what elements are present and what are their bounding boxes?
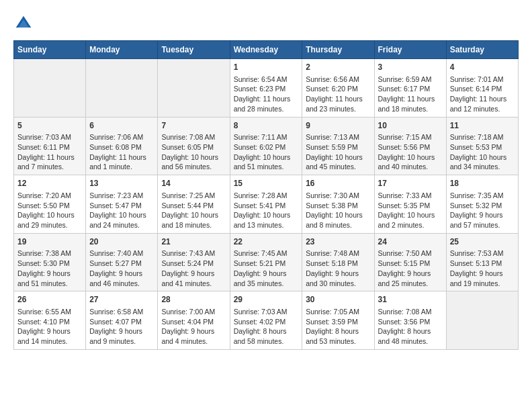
calendar-cell: 3Sunrise: 6:59 AM Sunset: 6:17 PM Daylig… [374, 59, 446, 118]
day-info: Sunrise: 7:50 AM Sunset: 5:15 PM Dayligh… [378, 248, 443, 288]
day-number: 22 [234, 236, 299, 248]
day-number: 5 [17, 120, 82, 132]
calendar-cell: 26Sunrise: 6:55 AM Sunset: 4:10 PM Dayli… [14, 291, 86, 350]
calendar-cell: 18Sunrise: 7:35 AM Sunset: 5:32 PM Dayli… [446, 175, 518, 234]
logo-icon [13, 13, 34, 34]
calendar-cell: 25Sunrise: 7:53 AM Sunset: 5:13 PM Dayli… [446, 233, 518, 291]
calendar-cell: 17Sunrise: 7:33 AM Sunset: 5:35 PM Dayli… [374, 175, 446, 234]
day-number: 11 [450, 120, 515, 132]
day-info: Sunrise: 7:15 AM Sunset: 5:56 PM Dayligh… [378, 132, 443, 172]
day-number: 14 [161, 178, 226, 189]
calendar-cell [446, 291, 518, 350]
calendar-cell: 19Sunrise: 7:38 AM Sunset: 5:30 PM Dayli… [14, 233, 86, 291]
calendar-cell: 30Sunrise: 7:05 AM Sunset: 3:59 PM Dayli… [302, 291, 374, 350]
page-header [13, 13, 519, 34]
day-number: 2 [306, 62, 370, 73]
calendar-cell [14, 59, 86, 118]
day-info: Sunrise: 7:05 AM Sunset: 3:59 PM Dayligh… [306, 307, 370, 347]
day-number: 23 [306, 236, 370, 248]
day-number: 18 [450, 178, 515, 189]
calendar-cell: 16Sunrise: 7:30 AM Sunset: 5:38 PM Dayli… [302, 175, 374, 234]
day-info: Sunrise: 7:40 AM Sunset: 5:27 PM Dayligh… [89, 248, 154, 288]
calendar-week-row: 12Sunrise: 7:20 AM Sunset: 5:50 PM Dayli… [14, 175, 519, 234]
weekday-header-row: SundayMondayTuesdayWednesdayThursdayFrid… [14, 41, 519, 59]
day-number: 27 [89, 294, 154, 306]
day-number: 28 [161, 294, 226, 306]
day-number: 26 [17, 294, 82, 306]
calendar-week-row: 19Sunrise: 7:38 AM Sunset: 5:30 PM Dayli… [14, 233, 519, 291]
calendar-cell: 6Sunrise: 7:06 AM Sunset: 6:08 PM Daylig… [86, 117, 158, 175]
day-number: 16 [306, 178, 370, 189]
day-number: 13 [89, 178, 154, 189]
day-number: 25 [450, 236, 515, 248]
day-info: Sunrise: 7:28 AM Sunset: 5:41 PM Dayligh… [234, 191, 299, 230]
day-info: Sunrise: 6:55 AM Sunset: 4:10 PM Dayligh… [17, 307, 82, 347]
day-info: Sunrise: 7:43 AM Sunset: 5:24 PM Dayligh… [161, 248, 226, 288]
calendar-cell: 27Sunrise: 6:58 AM Sunset: 4:07 PM Dayli… [86, 291, 158, 350]
calendar-week-row: 26Sunrise: 6:55 AM Sunset: 4:10 PM Dayli… [14, 291, 519, 350]
calendar-cell: 2Sunrise: 6:56 AM Sunset: 6:20 PM Daylig… [302, 59, 374, 118]
day-info: Sunrise: 7:33 AM Sunset: 5:35 PM Dayligh… [378, 191, 443, 230]
calendar-cell: 22Sunrise: 7:45 AM Sunset: 5:21 PM Dayli… [230, 233, 302, 291]
day-info: Sunrise: 7:20 AM Sunset: 5:50 PM Dayligh… [17, 191, 82, 230]
weekday-header-saturday: Saturday [446, 41, 518, 59]
day-number: 15 [234, 178, 299, 189]
calendar-cell: 14Sunrise: 7:25 AM Sunset: 5:44 PM Dayli… [158, 175, 230, 234]
day-number: 1 [234, 62, 299, 73]
calendar-cell [86, 59, 158, 118]
day-number: 7 [161, 120, 226, 132]
day-info: Sunrise: 7:30 AM Sunset: 5:38 PM Dayligh… [306, 191, 370, 230]
weekday-header-sunday: Sunday [14, 41, 86, 59]
day-info: Sunrise: 7:45 AM Sunset: 5:21 PM Dayligh… [234, 248, 299, 288]
weekday-header-thursday: Thursday [302, 41, 374, 59]
calendar-cell: 12Sunrise: 7:20 AM Sunset: 5:50 PM Dayli… [14, 175, 86, 234]
day-number: 24 [378, 236, 443, 248]
day-number: 31 [378, 294, 443, 306]
day-number: 4 [450, 62, 515, 73]
day-info: Sunrise: 7:38 AM Sunset: 5:30 PM Dayligh… [17, 248, 82, 288]
day-info: Sunrise: 7:11 AM Sunset: 6:02 PM Dayligh… [234, 132, 299, 172]
calendar-cell: 31Sunrise: 7:08 AM Sunset: 3:56 PM Dayli… [374, 291, 446, 350]
day-info: Sunrise: 7:01 AM Sunset: 6:14 PM Dayligh… [450, 75, 515, 114]
logo [13, 13, 36, 34]
calendar-cell: 1Sunrise: 6:54 AM Sunset: 6:23 PM Daylig… [230, 59, 302, 118]
calendar-week-row: 5Sunrise: 7:03 AM Sunset: 6:11 PM Daylig… [14, 117, 519, 175]
day-number: 30 [306, 294, 370, 306]
calendar-cell: 8Sunrise: 7:11 AM Sunset: 6:02 PM Daylig… [230, 117, 302, 175]
day-info: Sunrise: 7:25 AM Sunset: 5:44 PM Dayligh… [161, 191, 226, 230]
day-number: 3 [378, 62, 443, 73]
calendar-cell: 29Sunrise: 7:03 AM Sunset: 4:02 PM Dayli… [230, 291, 302, 350]
day-number: 8 [234, 120, 299, 132]
day-info: Sunrise: 7:48 AM Sunset: 5:18 PM Dayligh… [306, 248, 370, 288]
day-number: 6 [89, 120, 154, 132]
calendar-cell: 7Sunrise: 7:08 AM Sunset: 6:05 PM Daylig… [158, 117, 230, 175]
day-info: Sunrise: 6:54 AM Sunset: 6:23 PM Dayligh… [234, 75, 299, 114]
weekday-header-wednesday: Wednesday [230, 41, 302, 59]
day-number: 19 [17, 236, 82, 248]
calendar-cell: 10Sunrise: 7:15 AM Sunset: 5:56 PM Dayli… [374, 117, 446, 175]
day-info: Sunrise: 7:03 AM Sunset: 4:02 PM Dayligh… [234, 307, 299, 347]
day-info: Sunrise: 6:58 AM Sunset: 4:07 PM Dayligh… [89, 307, 154, 347]
day-info: Sunrise: 7:18 AM Sunset: 5:53 PM Dayligh… [450, 132, 515, 172]
day-info: Sunrise: 7:00 AM Sunset: 4:04 PM Dayligh… [161, 307, 226, 347]
day-info: Sunrise: 7:06 AM Sunset: 6:08 PM Dayligh… [89, 132, 154, 172]
day-number: 20 [89, 236, 154, 248]
calendar-cell: 11Sunrise: 7:18 AM Sunset: 5:53 PM Dayli… [446, 117, 518, 175]
weekday-header-tuesday: Tuesday [158, 41, 230, 59]
day-info: Sunrise: 6:59 AM Sunset: 6:17 PM Dayligh… [378, 75, 443, 114]
day-info: Sunrise: 7:35 AM Sunset: 5:32 PM Dayligh… [450, 191, 515, 230]
calendar-table: SundayMondayTuesdayWednesdayThursdayFrid… [13, 40, 519, 350]
weekday-header-monday: Monday [86, 41, 158, 59]
calendar-cell [158, 59, 230, 118]
day-number: 9 [306, 120, 370, 132]
calendar-cell: 9Sunrise: 7:13 AM Sunset: 5:59 PM Daylig… [302, 117, 374, 175]
day-info: Sunrise: 7:23 AM Sunset: 5:47 PM Dayligh… [89, 191, 154, 230]
day-info: Sunrise: 6:56 AM Sunset: 6:20 PM Dayligh… [306, 75, 370, 114]
weekday-header-friday: Friday [374, 41, 446, 59]
day-info: Sunrise: 7:03 AM Sunset: 6:11 PM Dayligh… [17, 132, 82, 172]
day-number: 17 [378, 178, 443, 189]
calendar-cell: 13Sunrise: 7:23 AM Sunset: 5:47 PM Dayli… [86, 175, 158, 234]
calendar-cell: 15Sunrise: 7:28 AM Sunset: 5:41 PM Dayli… [230, 175, 302, 234]
day-info: Sunrise: 7:53 AM Sunset: 5:13 PM Dayligh… [450, 248, 515, 288]
day-number: 10 [378, 120, 443, 132]
